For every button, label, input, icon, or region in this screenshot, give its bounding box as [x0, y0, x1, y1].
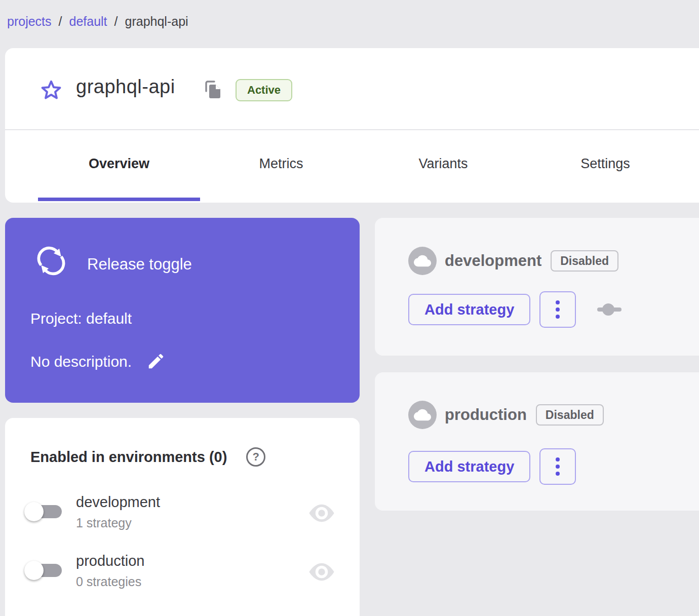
pencil-icon	[146, 352, 166, 371]
breadcrumb-current: graphql-api	[125, 14, 188, 29]
eye-icon	[308, 562, 335, 582]
status-badge: Active	[236, 79, 292, 101]
help-button[interactable]: ?	[246, 447, 265, 467]
breadcrumb-separator: /	[59, 14, 62, 29]
description-row: No description.	[30, 352, 166, 372]
env-card-name: production	[445, 406, 527, 424]
page-title: graphql-api	[76, 75, 175, 98]
tab-variants[interactable]: Variants	[362, 130, 524, 198]
feature-type-card: Release toggle Project: default No descr…	[5, 218, 360, 403]
breadcrumb-projects[interactable]: projects	[7, 14, 52, 29]
panel-header: Enabled in environments (0) ?	[30, 447, 265, 467]
env-row-strategies: 0 strategies	[76, 574, 141, 589]
env-row-name: production	[76, 553, 144, 569]
env-card-header: development Disabled	[445, 247, 618, 275]
avatar	[408, 247, 437, 275]
copy-icon	[203, 79, 223, 100]
copy-name-button[interactable]	[203, 79, 223, 100]
tab-metrics[interactable]: Metrics	[200, 130, 362, 198]
kebab-icon	[556, 457, 560, 461]
env-card-actions: Add strategy	[408, 291, 623, 328]
env-status-badge: Disabled	[551, 250, 618, 272]
visibility-development-button[interactable]	[308, 503, 335, 523]
description-text: No description.	[30, 353, 132, 370]
cloud-icon	[414, 252, 431, 270]
question-mark-icon: ?	[253, 450, 259, 464]
tab-bar: Overview Metrics Variants Settings	[38, 130, 686, 198]
page: projects / default / graphql-api graphql…	[0, 0, 699, 616]
toggle-development-switch[interactable]	[24, 500, 65, 523]
breadcrumb-separator: /	[114, 14, 118, 29]
edit-description-button[interactable]	[146, 352, 166, 372]
rollout-slider-icon	[596, 303, 623, 316]
tab-settings[interactable]: Settings	[524, 130, 686, 198]
env-card-name: development	[445, 252, 541, 270]
env-card-header: production Disabled	[445, 401, 604, 429]
add-strategy-button[interactable]: Add strategy	[408, 451, 530, 482]
switch-knob	[24, 561, 44, 580]
breadcrumb-default[interactable]: default	[69, 14, 107, 29]
cloud-icon	[414, 406, 431, 423]
favorite-star-button[interactable]	[40, 79, 63, 102]
active-tab-indicator	[38, 198, 200, 201]
feature-type-label: Release toggle	[87, 255, 192, 274]
env-more-options-button[interactable]	[539, 291, 576, 328]
avatar	[408, 401, 437, 429]
visibility-production-button[interactable]	[308, 562, 335, 582]
kebab-icon	[556, 300, 560, 304]
tab-overview[interactable]: Overview	[38, 130, 200, 198]
environment-card-production: production Disabled Add strategy	[375, 372, 699, 511]
add-strategy-button[interactable]: Add strategy	[408, 294, 530, 325]
enabled-environments-panel: Enabled in environments (0) ? developmen…	[5, 418, 360, 616]
env-row-strategies: 1 strategy	[76, 516, 132, 530]
breadcrumb: projects / default / graphql-api	[7, 14, 188, 29]
env-card-actions: Add strategy	[408, 448, 576, 485]
env-status-badge: Disabled	[536, 404, 604, 426]
eye-icon	[308, 503, 335, 523]
toggle-production-switch[interactable]	[24, 559, 65, 582]
environment-card-development: development Disabled Add strategy	[375, 218, 699, 356]
env-more-options-button[interactable]	[539, 448, 576, 485]
panel-title: Enabled in environments (0)	[30, 449, 227, 466]
release-toggle-icon	[34, 244, 68, 278]
env-row-name: development	[76, 494, 160, 511]
star-icon	[40, 79, 63, 102]
feature-header-card: graphql-api Active Overview Metrics Vari…	[5, 48, 699, 203]
project-label: Project: default	[30, 310, 132, 327]
switch-knob	[24, 502, 44, 521]
